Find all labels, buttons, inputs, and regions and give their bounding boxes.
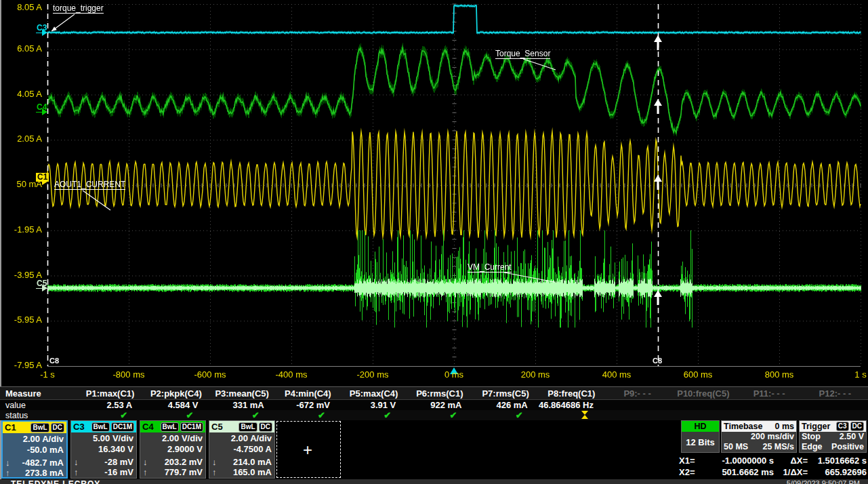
channel-offset: 2.9000 V <box>143 444 203 455</box>
measure-status-p6: ✔ <box>420 411 486 420</box>
channel-scale: 5.00 V/div <box>74 433 133 444</box>
hd-mode-box[interactable]: HD 12 Bits <box>681 420 720 453</box>
measure-value-p10 <box>670 400 736 410</box>
timebase-rate: 25 MS/s <box>762 442 794 452</box>
measure-table: Measure P1:max(C1)P2:pkpk(C4)P3:mean(C5)… <box>0 386 868 420</box>
x-axis-label: 600 ms <box>667 369 728 380</box>
channel-badge: BwL <box>91 422 110 432</box>
measure-value-p3: 331 mA <box>209 400 275 410</box>
x-axis-label: 200 ms <box>505 369 566 380</box>
channel-descriptor-c5[interactable]: C5BwLDC2.00 A/div-4.7500 A↓214.0 mA↑165.… <box>209 420 275 479</box>
check-icon: ✔ <box>516 411 523 420</box>
measure-header-p12[interactable]: P12:- - - <box>802 388 868 399</box>
add-measurement-box[interactable]: + <box>276 421 341 478</box>
y-axis-label: 6.05 A <box>0 44 42 54</box>
value-row-label: value <box>0 401 77 410</box>
hd-bits: 12 Bits <box>682 432 719 452</box>
channel-min: -482.7 mA <box>22 458 64 468</box>
x-axis-label: 1 s <box>830 369 868 380</box>
x1-label: X1= <box>679 455 703 466</box>
channel-max: 779.7 mV <box>165 467 203 477</box>
channel-badge: DC <box>51 423 64 432</box>
x-axis-label: -1 s <box>17 369 78 380</box>
y-axis-label: -7.95 A <box>0 361 42 370</box>
channel-badge: DC1M <box>111 422 134 432</box>
x-axis-label: 0 ms <box>423 369 484 380</box>
datetime: 5/09/2023 9:50:07 PM <box>787 479 860 484</box>
check-icon: ✔ <box>384 411 391 420</box>
channel-badge: BwL <box>161 422 179 432</box>
plus-icon: + <box>303 441 312 460</box>
measure-status-p12 <box>816 411 868 420</box>
measure-value-p4: -672 mV <box>275 400 341 410</box>
check-icon: ✔ <box>318 411 325 420</box>
trace-marker-c1[interactable]: C1 <box>36 173 49 182</box>
cursor-x2-flag[interactable]: C8 <box>653 357 662 365</box>
measure-header-p9[interactable]: P9:- - - <box>604 388 670 399</box>
measure-header-p1[interactable]: P1:max(C1) <box>77 388 143 399</box>
trace-marker-c5[interactable]: C5 <box>36 279 47 289</box>
x1-value: -1.0000000 s <box>703 455 774 466</box>
hourglass-icon <box>581 411 588 420</box>
trigger-title: Trigger <box>802 422 830 431</box>
trigger-level: 2.50 V <box>840 432 864 442</box>
trace-marker-c4[interactable]: C4 <box>36 103 47 113</box>
measure-value-p9 <box>604 400 670 410</box>
check-icon: ✔ <box>449 411 457 420</box>
measure-header-p6[interactable]: P6:rms(C1) <box>407 388 472 399</box>
measure-header-p7[interactable]: P7:rms(C5) <box>473 388 539 399</box>
measure-header-p8[interactable]: P8:freq(C1) <box>539 388 604 399</box>
hd-label: HD <box>682 421 719 432</box>
timebase-scale: 200 ms/div <box>751 432 794 442</box>
aout1-current-label[interactable]: AOUT1_CURRENT <box>54 180 125 190</box>
measure-status-p3: ✔ <box>223 411 289 420</box>
timebase-box[interactable]: Timebase 0 ms 200 ms/div 50 MS 25 MS/s <box>721 420 797 453</box>
measure-value-p2: 4.584 V <box>143 400 209 410</box>
channel-descriptor-c1[interactable]: C1BwLDC2.00 A/div-50.0 mA↓-482.7 mA↑273.… <box>1 420 68 479</box>
measure-status-p9 <box>618 411 684 420</box>
timebase-title: Timebase <box>724 422 762 431</box>
measure-value-p12 <box>802 400 868 410</box>
measure-header-p2[interactable]: P2:pkpk(C4) <box>143 388 209 399</box>
measure-row-label: Measure <box>0 388 77 399</box>
check-icon: ✔ <box>120 411 127 420</box>
channel-scale: 2.00 A/div <box>5 434 64 445</box>
torque-trigger-label[interactable]: torque_trigger <box>53 4 104 14</box>
measure-header-p10[interactable]: P10:freq(C5) <box>670 388 736 399</box>
measure-header-p5[interactable]: P5:max(C4) <box>341 388 407 399</box>
measure-status-p11 <box>750 411 816 420</box>
channel-descriptor-c3[interactable]: C3BwLDC1M5.00 V/div16.340 V↓-28 mV↑-16 m… <box>70 420 137 479</box>
y-axis-label: -3.95 A <box>0 270 42 280</box>
x-axis-label: -800 ms <box>98 369 159 380</box>
dx-value: 1.5016662 s <box>809 455 867 466</box>
channel-id: C5 <box>211 422 223 432</box>
measure-header-p4[interactable]: P4:min(C4) <box>275 388 341 399</box>
torque-sensor-label[interactable]: Torque_Sensor <box>495 49 550 59</box>
channel-max: 165.0 mA <box>233 467 272 477</box>
x-axis-label: -200 ms <box>342 369 403 380</box>
y-axis-label: -1.95 A <box>0 225 42 235</box>
trigger-box[interactable]: Trigger C3 DC Stop 2.50 V Edge Positive <box>799 420 867 453</box>
timebase-offset: 0 ms <box>775 422 795 431</box>
cursor-x1-flag[interactable]: C8 <box>49 357 59 365</box>
measure-status-p1: ✔ <box>91 411 157 420</box>
channel-offset: -4.7500 A <box>212 444 272 455</box>
x-axis-label: 800 ms <box>749 369 810 380</box>
channel-offset: -50.0 mA <box>5 445 64 456</box>
channel-scale: 2.00 V/div <box>143 433 203 444</box>
channel-max: -16 mV <box>104 467 133 477</box>
measure-header-p3[interactable]: P3:mean(C5) <box>209 388 275 399</box>
channel-badge: DC1M <box>180 422 203 432</box>
vm-current-label[interactable]: VM_Current <box>468 263 512 273</box>
channel-descriptor-c4[interactable]: C4BwLDC1M2.00 V/div2.9000 V↓203.2 mV↑779… <box>140 420 206 479</box>
trigger-source-badge: C3 <box>836 422 849 431</box>
measure-header-p11[interactable]: P11:- - - <box>737 388 802 399</box>
measure-value-p1: 2.53 A <box>77 400 143 410</box>
trace-marker-c3[interactable]: C3 <box>36 24 47 33</box>
trigger-slope: Positive <box>831 442 864 452</box>
measure-status-p2: ✔ <box>157 411 222 420</box>
status-row-label: status <box>0 411 77 420</box>
measure-value-p11 <box>737 400 802 410</box>
measure-value-p8: 46.864686 Hz <box>539 400 604 410</box>
measure-status-p10 <box>684 411 749 420</box>
